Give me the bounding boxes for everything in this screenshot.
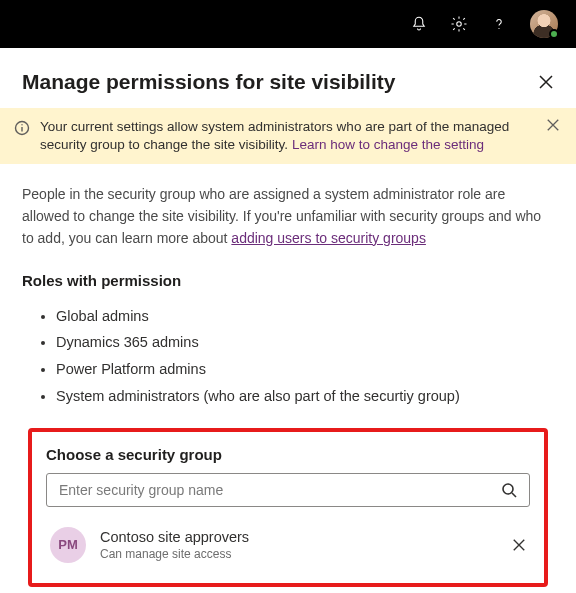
roles-list: Global admins Dynamics 365 admins Power … bbox=[22, 303, 554, 410]
panel-title: Manage permissions for site visibility bbox=[22, 70, 395, 94]
banner-link[interactable]: Learn how to change the setting bbox=[292, 137, 484, 152]
info-icon bbox=[14, 120, 30, 136]
highlight-box: Choose a security group PM Contoso site … bbox=[28, 428, 548, 587]
intro-text: People in the security group who are ass… bbox=[22, 184, 554, 249]
help-icon[interactable] bbox=[490, 15, 508, 33]
list-item: Global admins bbox=[56, 303, 554, 330]
selected-group-row: PM Contoso site approvers Can manage sit… bbox=[46, 525, 530, 565]
topbar bbox=[0, 0, 576, 48]
list-item: Power Platform admins bbox=[56, 356, 554, 383]
panel-body: People in the security group who are ass… bbox=[0, 164, 576, 586]
presence-indicator bbox=[549, 29, 559, 39]
group-text: Contoso site approvers Can manage site a… bbox=[100, 528, 498, 561]
svg-point-5 bbox=[503, 484, 513, 494]
intro-link[interactable]: adding users to security groups bbox=[231, 230, 426, 246]
notifications-icon[interactable] bbox=[410, 15, 428, 33]
roles-heading: Roles with permission bbox=[22, 272, 554, 289]
security-group-input[interactable] bbox=[59, 482, 501, 498]
svg-point-0 bbox=[457, 22, 462, 27]
svg-point-1 bbox=[498, 28, 499, 29]
svg-line-6 bbox=[512, 493, 516, 497]
list-item: Dynamics 365 admins bbox=[56, 329, 554, 356]
user-avatar[interactable] bbox=[530, 10, 558, 38]
close-panel-button[interactable] bbox=[538, 74, 554, 90]
svg-point-4 bbox=[21, 124, 22, 125]
list-item: System administrators (who are also part… bbox=[56, 383, 554, 410]
close-banner-button[interactable] bbox=[546, 118, 562, 134]
group-avatar: PM bbox=[50, 527, 86, 563]
group-subtitle: Can manage site access bbox=[100, 547, 498, 561]
gear-icon[interactable] bbox=[450, 15, 468, 33]
panel: Manage permissions for site visibility Y… bbox=[0, 48, 576, 587]
banner-text: Your current settings allow system admin… bbox=[40, 118, 536, 154]
panel-header: Manage permissions for site visibility bbox=[0, 48, 576, 108]
choose-group-heading: Choose a security group bbox=[46, 446, 530, 463]
search-icon[interactable] bbox=[501, 482, 517, 498]
security-group-search[interactable] bbox=[46, 473, 530, 507]
info-banner: Your current settings allow system admin… bbox=[0, 108, 576, 164]
group-name: Contoso site approvers bbox=[100, 528, 498, 547]
remove-group-button[interactable] bbox=[512, 538, 526, 552]
